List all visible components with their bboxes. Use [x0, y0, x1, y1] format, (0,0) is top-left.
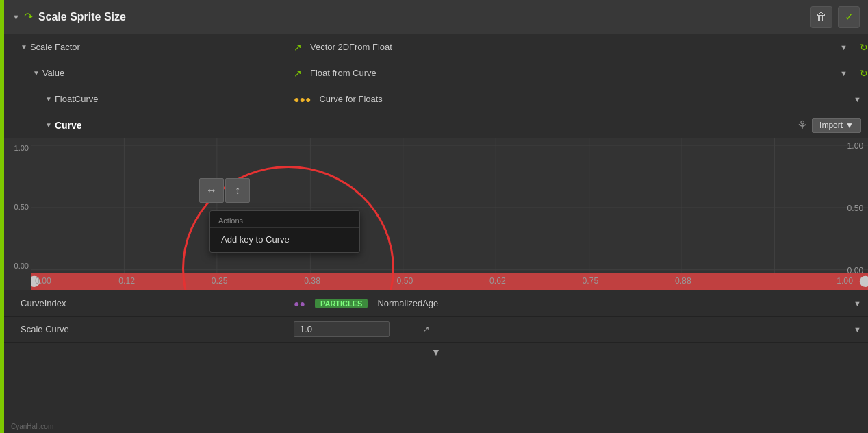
svg-text:0.00: 0.00 — [847, 266, 863, 275]
vertical-scale-button[interactable]: ↕ — [225, 178, 250, 203]
header-refresh-icon: ↷ — [24, 10, 33, 23]
db-icon: ●●● — [294, 94, 311, 105]
add-key-menu-item[interactable]: Add key to Curve — [210, 230, 359, 249]
svg-text:1.00: 1.00 — [837, 276, 853, 286]
floatcurve-label: ▼ FloatCurve — [4, 94, 288, 104]
y-label-2: 0.50 — [7, 203, 29, 211]
context-menu-header: Actions — [210, 214, 359, 228]
curve-edit-container: 1.00 0.50 0.00 — [4, 138, 868, 290]
svg-text:0.50: 0.50 — [847, 203, 863, 213]
svg-text:0.50: 0.50 — [397, 276, 413, 286]
panel-title: Scale Sprite Size — [38, 11, 810, 23]
floatcurve-expand-arrow-icon[interactable]: ▼ — [45, 95, 52, 103]
value-reset-icon[interactable]: ↻ — [860, 68, 868, 79]
svg-rect-0 — [31, 138, 868, 290]
svg-text:0.88: 0.88 — [675, 276, 691, 286]
curve-actions-area: ⚘ Import ▼ — [288, 118, 868, 133]
scale-factor-value: ↗ Vector 2DFrom Float ▼ ↻ — [288, 42, 868, 53]
context-menu: Actions Add key to Curve — [209, 210, 360, 253]
svg-text:0.62: 0.62 — [489, 276, 506, 286]
curve-index-row: CurveIndex ●● PARTICLES NormalizedAge ▼ — [4, 290, 868, 317]
link-icon: ●● — [294, 298, 305, 309]
header-row: ▼ ↷ Scale Sprite Size 🗑 ✓ — [4, 0, 868, 34]
confirm-button[interactable]: ✓ — [838, 6, 860, 28]
svg-text:0.38: 0.38 — [304, 276, 320, 286]
value-dropdown-icon[interactable]: ▼ — [840, 69, 854, 77]
svg-text:0.00: 0.00 — [35, 276, 51, 286]
value-row: ▼ Value ↗ Float from Curve ▼ ↻ — [4, 60, 868, 86]
scale-factor-row: ▼ Scale Factor ↗ Vector 2DFrom Float ▼ ↻ — [4, 34, 868, 60]
curve-expand-arrow-icon[interactable]: ▼ — [45, 121, 52, 129]
bottom-dropdown-row: ▼ — [4, 343, 868, 362]
vertical-scale-icon: ↕ — [235, 184, 240, 197]
expand-arrow-icon[interactable]: ▼ — [21, 43, 27, 51]
svg-rect-12 — [31, 273, 868, 290]
curve-section: ▼ Curve ⚘ Import ▼ 1.00 0.50 0.00 — [4, 112, 868, 290]
curve-index-value: ●● PARTICLES NormalizedAge ▼ — [288, 298, 868, 309]
floatcurve-row: ▼ FloatCurve ●●● Curve for Floats ▼ — [4, 86, 868, 112]
curve-label-area: ▼ Curve — [4, 120, 288, 131]
scale-curve-dropdown-icon[interactable]: ▼ — [854, 325, 868, 334]
floatcurve-value: ●●● Curve for Floats ▼ — [288, 94, 868, 105]
curve-header-row: ▼ Curve ⚘ Import ▼ — [4, 112, 868, 138]
header-actions: 🗑 ✓ — [810, 6, 860, 28]
svg-text:1.00: 1.00 — [847, 141, 863, 151]
particles-badge: PARTICLES — [315, 299, 368, 308]
svg-text:0.75: 0.75 — [582, 276, 598, 286]
scale-curve-label: Scale Curve — [4, 324, 288, 334]
scale-curve-row: Scale Curve ↗ ▼ — [4, 317, 868, 343]
y-axis-labels: 1.00 0.50 0.00 — [4, 138, 31, 290]
y-label-3: 0.00 — [7, 262, 29, 270]
y-label-1: 1.00 — [7, 144, 29, 152]
main-panel: ▼ ↷ Scale Sprite Size 🗑 ✓ ▼ Scale Factor… — [4, 0, 868, 433]
value-value: ↗ Float from Curve ▼ ↻ — [288, 68, 868, 79]
scale-factor-dropdown-icon[interactable]: ▼ — [840, 43, 854, 51]
curve-grid[interactable]: 0.00 0.12 0.25 0.38 0.50 0.62 0.75 0.88 … — [31, 138, 868, 290]
horizontal-scale-icon: ↔ — [206, 184, 217, 197]
curve-grid-svg: 0.00 0.12 0.25 0.38 0.50 0.62 0.75 0.88 … — [31, 138, 868, 290]
curve-settings-icon[interactable]: ⚘ — [797, 118, 808, 133]
bottom-dropdown-icon[interactable]: ▼ — [431, 347, 441, 358]
curve-label: Curve — [55, 120, 82, 131]
svg-text:0.25: 0.25 — [212, 276, 228, 286]
trash-button[interactable]: 🗑 — [810, 6, 832, 28]
scale-curve-input-arrow-icon: ↗ — [420, 325, 432, 334]
value-expand-arrow-icon[interactable]: ▼ — [33, 69, 40, 77]
float-curve-icon: ↗ — [294, 68, 302, 79]
watermark: CyanHall.com — [11, 423, 53, 430]
curve-index-label: CurveIndex — [4, 298, 288, 308]
horizontal-scale-button[interactable]: ↔ — [199, 178, 224, 203]
floatcurve-dropdown-icon[interactable]: ▼ — [854, 95, 868, 103]
scale-curve-input[interactable] — [294, 322, 420, 336]
collapse-arrow-icon[interactable]: ▼ — [12, 13, 20, 21]
vector-icon: ↗ — [294, 42, 302, 53]
import-button[interactable]: Import ▼ — [812, 118, 861, 133]
import-dropdown-arrow-icon: ▼ — [845, 121, 854, 130]
curve-index-dropdown-icon[interactable]: ▼ — [854, 299, 868, 308]
scale-curve-input-container: ↗ — [294, 321, 390, 337]
scale-factor-label: ▼ Scale Factor — [4, 42, 288, 52]
value-label: ▼ Value — [4, 68, 288, 78]
svg-text:0.12: 0.12 — [118, 276, 135, 286]
scale-factor-reset-icon[interactable]: ↻ — [860, 42, 868, 53]
curve-toolbar: ↔ ↕ — [199, 178, 250, 203]
scale-curve-value: ↗ ▼ — [288, 321, 868, 337]
left-accent — [0, 0, 4, 433]
